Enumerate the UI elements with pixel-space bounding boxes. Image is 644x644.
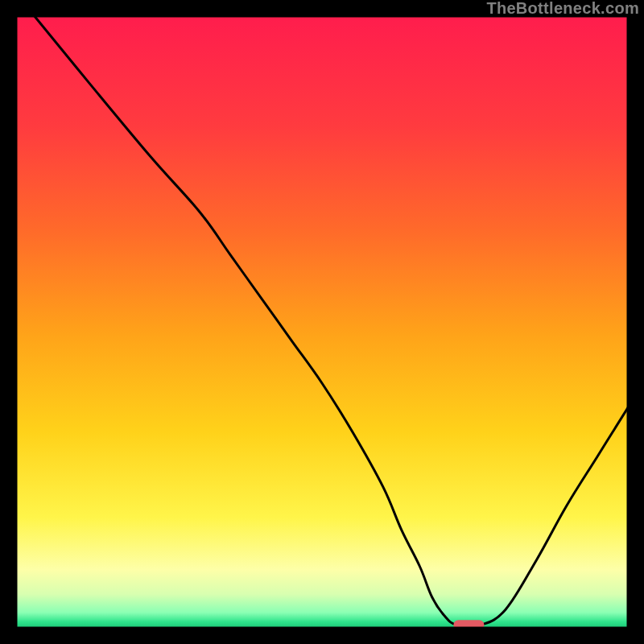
watermark-text: TheBottleneck.com <box>486 0 639 18</box>
chart-background <box>16 16 628 628</box>
bottleneck-chart <box>16 16 628 628</box>
